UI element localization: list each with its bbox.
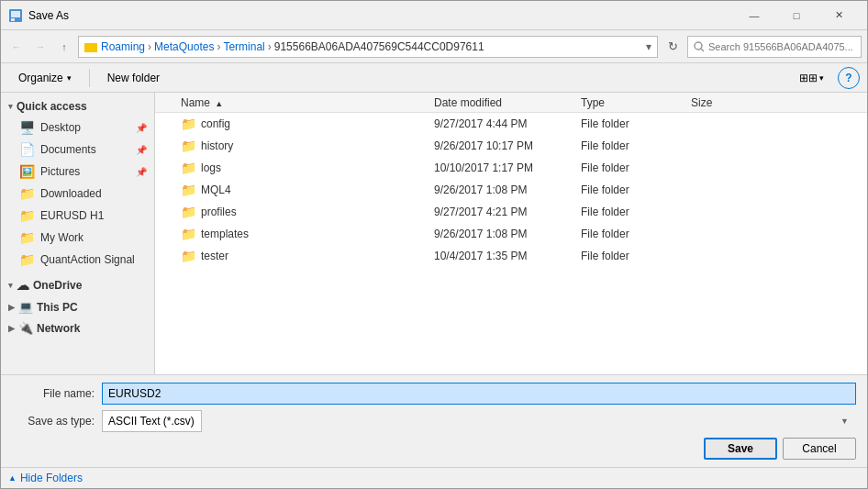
col-header-date[interactable]: Date modified [434, 96, 581, 109]
breadcrumb-metaquotes[interactable]: MetaQuotes [154, 40, 214, 53]
network-header[interactable]: ▶ 🔌 Network [1, 317, 154, 339]
file-date-cell: 10/4/2017 1:35 PM [434, 250, 581, 262]
col-date-label: Date modified [434, 96, 502, 109]
file-type-cell: File folder [581, 161, 691, 174]
file-date-cell: 9/27/2017 4:44 PM [434, 117, 581, 130]
col-header-name[interactable]: Name ▲ [159, 96, 434, 109]
eurusd-folder-icon: 📁 [19, 208, 35, 223]
table-row[interactable]: 📁 history 9/26/2017 10:17 PM File folder [155, 135, 867, 157]
up-button[interactable]: ↑ [54, 37, 74, 57]
file-name-cell: 📁 history [159, 139, 434, 153]
file-name-cell: 📁 tester [159, 249, 434, 263]
table-row[interactable]: 📁 profiles 9/27/2017 4:21 PM File folder [155, 201, 867, 223]
quick-access-header[interactable]: ▾ Quick access [1, 96, 154, 117]
file-name-text: history [201, 139, 233, 152]
save-as-dialog: Save As — □ ✕ ← → ↑ Roaming › MetaQuotes… [0, 0, 868, 489]
file-name-text: logs [201, 161, 221, 174]
network-chevron-icon: ▶ [8, 324, 15, 333]
dialog-title: Save As [28, 9, 733, 22]
view-button[interactable]: ⊞⊞ ▾ [793, 67, 830, 89]
file-date-cell: 9/26/2017 1:08 PM [434, 183, 581, 196]
minimize-button[interactable]: — [733, 1, 775, 30]
new-folder-button[interactable]: New folder [97, 67, 170, 89]
maximize-button[interactable]: □ [775, 1, 818, 30]
pin-icon: 📌 [136, 145, 147, 155]
onedrive-header[interactable]: ▾ ☁ OneDrive [1, 274, 154, 296]
col-name-label: Name [181, 96, 210, 109]
file-name-text: templates [201, 228, 249, 240]
sidebar-item-label: Desktop [40, 121, 81, 134]
folder-icon: 📁 [181, 227, 195, 241]
downloaded-folder-icon: 📁 [19, 186, 35, 201]
breadcrumb-current: 915566BA06ADA407569C544CC0D97611 [274, 40, 484, 53]
sidebar-item-downloaded[interactable]: 📁 Downloaded [1, 183, 154, 205]
save-button[interactable]: Save [704, 438, 777, 460]
sidebar-item-pictures[interactable]: 🖼️ Pictures 📌 [1, 161, 154, 183]
svg-rect-5 [84, 44, 97, 52]
onedrive-label: OneDrive [33, 279, 82, 292]
organize-chevron-icon: ▾ [67, 73, 72, 83]
sidebar-item-label: Downloaded [40, 187, 102, 200]
cancel-button[interactable]: Cancel [783, 438, 856, 460]
organize-button[interactable]: Organize ▾ [8, 67, 82, 89]
hide-folders-chevron-icon: ▲ [8, 473, 17, 483]
breadcrumb-terminal[interactable]: Terminal [223, 40, 264, 53]
refresh-button[interactable]: ↻ [662, 36, 684, 58]
folder-icon: 📁 [181, 249, 195, 263]
quick-access-section: ▾ Quick access 🖥️ Desktop 📌 📄 Documents … [1, 96, 154, 271]
sidebar-item-my-work[interactable]: 📁 My Work [1, 227, 154, 249]
main-content: ▾ Quick access 🖥️ Desktop 📌 📄 Documents … [1, 93, 867, 374]
folder-icon: 📁 [181, 205, 195, 219]
hide-folders-row[interactable]: ▲ Hide Folders [1, 467, 867, 488]
table-row[interactable]: 📁 MQL4 9/26/2017 1:08 PM File folder [155, 179, 867, 201]
quantaction-folder-icon: 📁 [19, 252, 35, 267]
help-button[interactable]: ? [838, 67, 860, 89]
table-row[interactable]: 📁 templates 9/26/2017 1:08 PM File folde… [155, 223, 867, 245]
file-name-text: profiles [201, 206, 237, 218]
forward-button[interactable]: → [30, 37, 50, 57]
filename-input[interactable] [102, 383, 856, 405]
back-button[interactable]: ← [6, 37, 27, 57]
search-box [687, 36, 862, 58]
thispc-label: This PC [37, 301, 78, 314]
sidebar-item-label: QuantAction Signal [40, 253, 135, 266]
sidebar-item-documents[interactable]: 📄 Documents 📌 [1, 139, 154, 161]
file-name-cell: 📁 config [159, 117, 434, 131]
pictures-icon: 🖼️ [19, 164, 35, 179]
onedrive-icon: ☁ [17, 278, 29, 293]
file-list: Name ▲ Date modified Type Size 📁 config [155, 93, 867, 374]
col-header-size[interactable]: Size [691, 96, 764, 109]
close-button[interactable]: ✕ [818, 1, 860, 30]
address-bar: ← → ↑ Roaming › MetaQuotes › Terminal › … [1, 30, 867, 63]
table-row[interactable]: 📁 logs 10/10/2017 1:17 PM File folder [155, 157, 867, 179]
col-size-label: Size [691, 96, 712, 109]
breadcrumb-roaming[interactable]: Roaming [101, 40, 145, 53]
sidebar-item-desktop[interactable]: 🖥️ Desktop 📌 [1, 117, 154, 139]
quick-access-chevron-icon: ▾ [8, 102, 13, 111]
savetype-select[interactable]: ASCII Text (*.csv) [102, 410, 202, 432]
thispc-icon: 💻 [18, 300, 33, 314]
savetype-row: Save as type: ASCII Text (*.csv) [12, 410, 856, 432]
onedrive-chevron-icon: ▾ [8, 281, 13, 290]
search-input[interactable] [708, 41, 855, 52]
svg-rect-1 [11, 11, 20, 17]
sidebar-item-quantaction[interactable]: 📁 QuantAction Signal [1, 249, 154, 271]
savetype-label: Save as type: [12, 415, 95, 428]
svg-point-6 [695, 42, 702, 50]
sidebar-item-eurusd-h1[interactable]: 📁 EURUSD H1 [1, 205, 154, 227]
table-row[interactable]: 📁 tester 10/4/2017 1:35 PM File folder [155, 245, 867, 267]
thispc-header[interactable]: ▶ 💻 This PC [1, 296, 154, 317]
network-label: Network [37, 322, 80, 335]
file-type-cell: File folder [581, 183, 691, 196]
file-name-cell: 📁 logs [159, 161, 434, 175]
breadcrumb-dropdown-icon[interactable]: ▾ [646, 40, 651, 53]
organize-label: Organize [18, 72, 63, 84]
table-row[interactable]: 📁 config 9/27/2017 4:44 PM File folder [155, 113, 867, 135]
file-name-cell: 📁 MQL4 [159, 183, 434, 197]
file-name-text: tester [201, 250, 228, 262]
pin-icon: 📌 [136, 167, 147, 177]
sidebar: ▾ Quick access 🖥️ Desktop 📌 📄 Documents … [1, 93, 155, 374]
col-header-type[interactable]: Type [581, 96, 691, 109]
file-date-cell: 9/26/2017 10:17 PM [434, 139, 581, 152]
window-controls: — □ ✕ [733, 1, 860, 30]
